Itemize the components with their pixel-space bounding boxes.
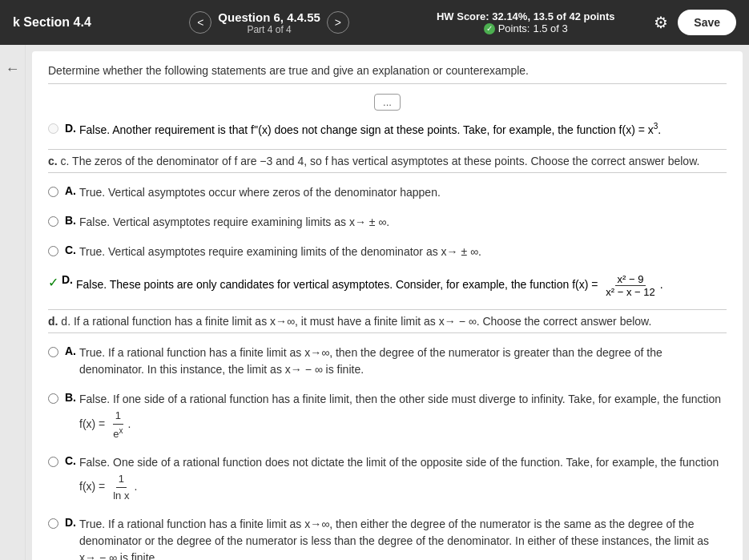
opt-c-d-label: D. <box>62 273 73 286</box>
radio-c-c[interactable] <box>48 246 58 256</box>
section-c-header: c. c. The zeros of the denominator of f … <box>48 149 727 173</box>
header: k Section 4.4 < Question 6, 4.4.55 Part … <box>0 0 749 45</box>
fraction-d-c-numerator: 1 <box>116 471 127 488</box>
opt-c-a-text: True. Vertical asymptotes occur where ze… <box>79 184 441 201</box>
radio-d-initial <box>48 123 58 136</box>
fraction-c-d-denominator: x² − x − 12 <box>603 286 657 298</box>
section-title: k Section 4.4 <box>13 15 141 30</box>
radio-d-d[interactable] <box>48 518 58 529</box>
save-button[interactable]: Save <box>678 10 736 35</box>
opt-c-d-text: False. These points are only candidates … <box>76 273 663 298</box>
opt-c-b-label: B. <box>65 214 76 227</box>
question-title: Question 6, 4.4.55 <box>218 10 320 24</box>
opt-c-c-label: C. <box>65 244 76 256</box>
back-arrow-icon[interactable]: ← <box>6 61 20 78</box>
fraction-c-d: x² − 9 x² − x − 12 <box>603 273 657 298</box>
save-area: ⚙ Save <box>654 10 736 35</box>
radio-c-a[interactable] <box>48 187 58 197</box>
points-area: ✓ Points: 1.5 of 3 <box>397 22 654 34</box>
section-c-option-d: ✓ D. False. These points are only candid… <box>48 270 727 301</box>
prompt-text: Determine whether the following statemen… <box>48 64 727 84</box>
opt-d-d-label: D. <box>65 516 76 529</box>
section-d-option-c: C. False. One side of a rational functio… <box>48 451 727 506</box>
option-d-initial-label: D. <box>65 122 76 135</box>
section-c-option-a: A. True. Vertical asymptotes occur where… <box>48 181 727 204</box>
section-d-option-b: B. False. If one side of a rational func… <box>48 388 727 445</box>
option-d-initial: D. False. Another requirement is that f'… <box>48 117 727 141</box>
opt-c-b-text: False. Vertical asymptotes require exami… <box>79 214 389 231</box>
main-wrapper: ← Determine whether the following statem… <box>0 45 749 560</box>
back-arrow-area: ← <box>0 45 26 560</box>
section-d-header: d. d. If a rational function has a finit… <box>48 309 727 333</box>
opt-d-d-text: True. If a rational function has a finit… <box>79 516 727 560</box>
gear-icon[interactable]: ⚙ <box>654 13 668 32</box>
section-d-option-d: D. True. If a rational function has a fi… <box>48 513 727 560</box>
check-icon: ✓ <box>484 23 495 34</box>
radio-c-b[interactable] <box>48 216 58 227</box>
hw-score-label: HW Score: 32.14%, 13.5 of 42 points <box>397 10 654 22</box>
header-nav: < Question 6, 4.4.55 Part 4 of 4 > <box>141 10 397 35</box>
radio-d-c[interactable] <box>48 457 58 467</box>
opt-d-c-text: False. One side of a rational function d… <box>79 454 727 503</box>
fraction-c-d-numerator: x² − 9 <box>615 273 646 286</box>
radio-d-a[interactable] <box>48 347 58 357</box>
expand-button[interactable]: ... <box>374 94 401 111</box>
section-c-option-b: B. False. Vertical asymptotes require ex… <box>48 211 727 234</box>
section-d-option-a: A. True. If a rational function has a fi… <box>48 341 727 381</box>
next-button[interactable]: > <box>327 11 349 34</box>
question-info: Question 6, 4.4.55 Part 4 of 4 <box>218 10 320 35</box>
fraction-d-c: 1 ln x <box>111 471 131 503</box>
opt-c-c-text: True. Vertical asymptotes require examin… <box>79 244 481 260</box>
radio-d-b[interactable] <box>48 393 58 404</box>
opt-d-b-label: B. <box>65 391 76 404</box>
fraction-d-b: 1 ex <box>111 408 125 441</box>
section-c-option-c: C. True. Vertical asymptotes require exa… <box>48 240 727 264</box>
opt-d-a-text: True. If a rational function has a finit… <box>79 344 727 378</box>
option-d-initial-text: False. Another requirement is that f''(x… <box>79 122 661 136</box>
radio-d-initial-input[interactable] <box>48 123 58 134</box>
opt-d-c-label: C. <box>65 454 76 467</box>
content-area: Determine whether the following statemen… <box>32 51 743 560</box>
opt-d-b-text: False. If one side of a rational functio… <box>79 391 727 441</box>
checkmark-icon: ✓ <box>48 275 58 290</box>
prev-button[interactable]: < <box>189 11 211 34</box>
question-sub: Part 4 of 4 <box>218 24 320 35</box>
fraction-d-b-denominator: ex <box>111 425 125 442</box>
hw-score-area: HW Score: 32.14%, 13.5 of 42 points ✓ Po… <box>397 10 654 34</box>
fraction-d-c-denominator: ln x <box>111 488 131 504</box>
opt-d-a-label: A. <box>65 344 76 357</box>
fraction-d-b-numerator: 1 <box>113 408 123 425</box>
opt-c-a-label: A. <box>65 184 76 197</box>
